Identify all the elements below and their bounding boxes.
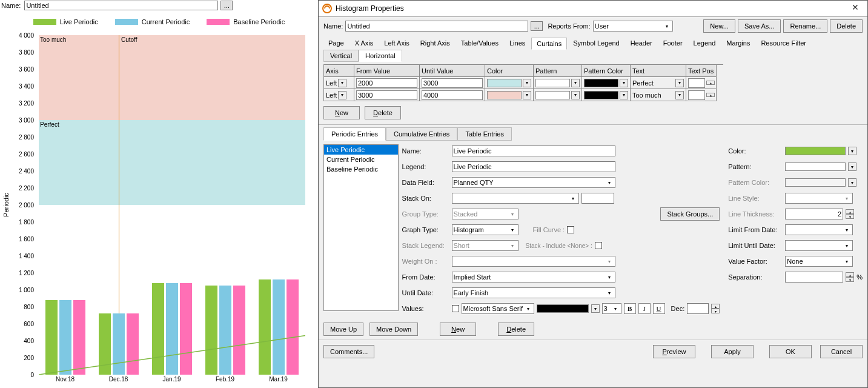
grid-cell-control[interactable]: [356, 90, 417, 100]
series-new-button[interactable]: New: [440, 323, 476, 336]
attr-color-swatch[interactable]: [785, 147, 846, 155]
tab-header[interactable]: Header: [626, 38, 657, 50]
name-input[interactable]: [24, 1, 218, 10]
chevron-down-icon[interactable]: ▾: [848, 162, 856, 171]
tab-margins[interactable]: Margins: [721, 38, 755, 50]
spinner-up-icon[interactable]: ▴: [711, 304, 720, 309]
rename-button[interactable]: Rename...: [783, 19, 827, 33]
grid-cell-control[interactable]: ▾: [620, 79, 628, 87]
close-icon[interactable]: ✕: [847, 2, 864, 15]
dlg-name-ellipsis[interactable]: ...: [531, 21, 543, 31]
grid-cell-control[interactable]: [535, 79, 570, 87]
cancel-button[interactable]: Cancel: [820, 345, 863, 358]
dec-input[interactable]: [687, 303, 709, 314]
grid-cell-control[interactable]: ▾: [338, 91, 346, 99]
fld-datafield-select[interactable]: Planned QTY▾: [452, 177, 615, 188]
fill-curve-checkbox[interactable]: [567, 226, 574, 233]
grid-cell-control[interactable]: [535, 91, 570, 99]
tab-legend[interactable]: Legend: [689, 38, 721, 50]
grid-cell-control[interactable]: ▾: [571, 91, 580, 99]
dlg-name-input[interactable]: [345, 21, 528, 32]
bold-button[interactable]: B: [624, 303, 636, 314]
grid-cell-control[interactable]: ▴: [706, 81, 715, 85]
subtab-horizontal[interactable]: Horizontal: [359, 50, 402, 62]
tab-x-axis[interactable]: X Axis: [350, 38, 379, 50]
tab-footer[interactable]: Footer: [658, 38, 687, 50]
tab-resource-filter[interactable]: Resource Filter: [756, 38, 811, 50]
grid-cell-control[interactable]: [422, 90, 483, 100]
tab-lines[interactable]: Lines: [505, 38, 530, 50]
grid-cell-control[interactable]: ▾: [675, 91, 684, 99]
attr-separation-input[interactable]: [785, 272, 843, 283]
tab-right-axis[interactable]: Right Axis: [416, 38, 455, 50]
fld-name-input[interactable]: [452, 146, 615, 156]
fld-stackon-select[interactable]: ▾: [452, 193, 579, 204]
move-down-button[interactable]: Move Down: [369, 323, 418, 336]
tab-symbol-legend[interactable]: Symbol Legend: [568, 38, 624, 50]
series-delete-button[interactable]: Delete: [498, 323, 534, 336]
values-font-select[interactable]: Microsoft Sans Serif▾: [462, 303, 534, 314]
grid-cell-control[interactable]: [688, 78, 705, 88]
stack-include-checkbox[interactable]: [595, 242, 602, 249]
values-size-select[interactable]: 3▾: [602, 303, 621, 314]
spinner-up-icon[interactable]: ▴: [846, 272, 854, 277]
grid-cell-control[interactable]: [584, 79, 618, 87]
fld-legend-input[interactable]: [452, 161, 615, 172]
delete-report-button[interactable]: Delete: [830, 19, 863, 33]
tab-left-axis[interactable]: Left Axis: [379, 38, 414, 50]
tab-table-values[interactable]: Table/Values: [456, 38, 503, 50]
tab-curtains[interactable]: Curtains: [531, 38, 567, 50]
name-ellipsis-button[interactable]: ...: [220, 1, 233, 10]
grid-cell-control[interactable]: ▾: [523, 79, 531, 87]
grid-cell-control[interactable]: [688, 90, 705, 100]
new-report-button[interactable]: New...: [703, 19, 735, 33]
reports-from-select[interactable]: User▾: [593, 21, 673, 32]
grid-cell-control[interactable]: ▴: [706, 93, 715, 97]
series-list-item[interactable]: Current Periodic: [324, 155, 398, 164]
attr-linethick-input[interactable]: [785, 209, 843, 219]
grid-delete-button[interactable]: Delete: [365, 106, 401, 119]
preview-button[interactable]: Preview: [653, 345, 695, 358]
series-list-item[interactable]: Baseline Periodic: [324, 164, 398, 174]
grid-cell-control[interactable]: [356, 78, 417, 88]
grid-cell-control[interactable]: ▾: [571, 79, 580, 87]
fld-fromdate-select[interactable]: Implied Start▾: [452, 272, 615, 283]
spinner-down-icon[interactable]: ▾: [846, 277, 854, 282]
grid-cell-control[interactable]: ▾: [523, 91, 531, 99]
attr-limituntil-select[interactable]: ▾: [785, 240, 853, 251]
move-up-button[interactable]: Move Up: [323, 323, 363, 336]
ok-button[interactable]: OK: [769, 345, 812, 358]
chevron-down-icon[interactable]: ▾: [848, 147, 856, 155]
lowtab-table-entries[interactable]: Table Entries: [457, 127, 512, 141]
fld-untildate-select[interactable]: Early Finish▾: [452, 287, 615, 298]
values-color-swatch[interactable]: [537, 304, 589, 313]
apply-button[interactable]: Apply: [711, 345, 754, 358]
series-list-item[interactable]: Live Periodic: [324, 145, 398, 155]
grid-cell-control[interactable]: ▾: [620, 91, 628, 99]
grid-cell-control[interactable]: [584, 91, 618, 99]
attr-limitfrom-select[interactable]: ▾: [785, 224, 853, 235]
grid-cell-control[interactable]: [487, 79, 522, 87]
fld-graphtype-select[interactable]: Histogram▾: [452, 224, 518, 235]
grid-cell-control[interactable]: ▾: [338, 79, 346, 87]
stack-groups-button[interactable]: Stack Groups...: [660, 207, 720, 221]
subtab-vertical[interactable]: Vertical: [323, 50, 359, 62]
spinner-down-icon[interactable]: ▾: [846, 214, 854, 219]
dialog-titlebar[interactable]: Histogram Properties ✕: [319, 1, 867, 17]
grid-cell-control[interactable]: ▾: [675, 79, 684, 87]
italic-button[interactable]: I: [638, 303, 651, 314]
lowtab-cumulative-entries[interactable]: Cumulative Entries: [386, 127, 457, 141]
grid-new-button[interactable]: New: [323, 106, 360, 119]
lowtab-periodic-entries[interactable]: Periodic Entries: [323, 127, 386, 141]
spinner-up-icon[interactable]: ▴: [846, 209, 854, 214]
attr-pattern-swatch[interactable]: [785, 162, 846, 171]
series-list[interactable]: Live PeriodicCurrent PeriodicBaseline Pe…: [323, 144, 399, 311]
spinner-down-icon[interactable]: ▾: [711, 309, 720, 313]
values-checkbox[interactable]: [452, 305, 459, 312]
comments-button[interactable]: Comments...: [323, 345, 374, 358]
tab-page[interactable]: Page: [323, 38, 349, 50]
chevron-down-icon[interactable]: ▾: [591, 304, 600, 313]
save-as-button[interactable]: Save As...: [738, 19, 781, 33]
grid-cell-control[interactable]: [487, 91, 522, 99]
fld-stackon-extra[interactable]: [581, 193, 614, 204]
